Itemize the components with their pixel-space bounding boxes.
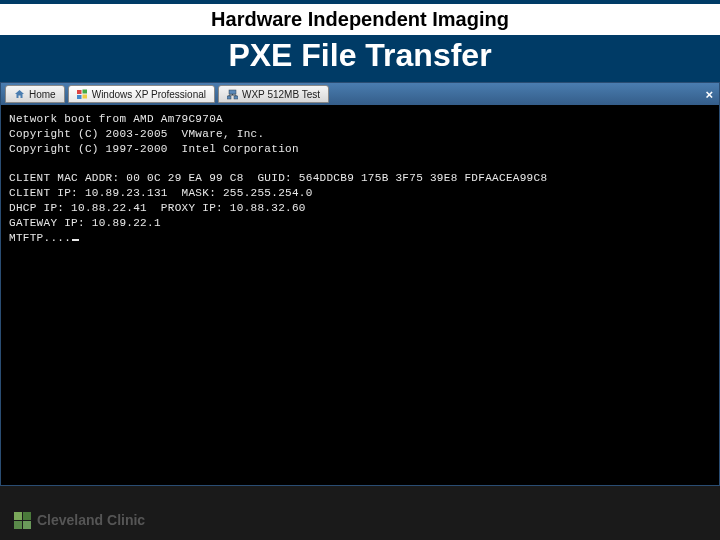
tab-wxp-test[interactable]: WXP 512MB Test <box>218 85 329 103</box>
tab-label: Windows XP Professional <box>92 89 206 100</box>
slide-header: Hardware Independent Imaging PXE File Tr… <box>0 0 720 82</box>
svg-rect-0 <box>77 90 82 94</box>
brand-logo-icon <box>14 512 31 529</box>
svg-rect-1 <box>82 89 87 93</box>
console-line: Copyright (C) 2003-2005 VMware, Inc. <box>9 128 264 140</box>
console-line: Network boot from AMD Am79C970A <box>9 113 223 125</box>
text-cursor <box>72 239 79 241</box>
svg-rect-4 <box>229 90 236 94</box>
console-output: Network boot from AMD Am79C970A Copyrigh… <box>1 105 719 485</box>
windows-icon <box>77 89 88 100</box>
console-line: MTFTP.... <box>9 232 71 244</box>
home-icon <box>14 89 25 100</box>
tab-label: Home <box>29 89 56 100</box>
svg-rect-6 <box>234 96 238 99</box>
console-line: GATEWAY IP: 10.89.22.1 <box>9 217 161 229</box>
node-icon <box>227 89 238 100</box>
footer: Cleveland Clinic <box>0 500 720 540</box>
header-title: PXE File Transfer <box>0 37 720 74</box>
console-line: Copyright (C) 1997-2000 Intel Corporatio… <box>9 143 299 155</box>
brand-name: Cleveland Clinic <box>37 512 145 528</box>
svg-rect-2 <box>77 95 82 99</box>
console-line: CLIENT MAC ADDR: 00 0C 29 EA 99 C8 GUID:… <box>9 172 547 184</box>
vm-window: Home Windows XP Professional <box>0 82 720 486</box>
close-icon[interactable]: × <box>705 87 713 102</box>
tab-label: WXP 512MB Test <box>242 89 320 100</box>
tab-windows-xp[interactable]: Windows XP Professional <box>68 85 215 103</box>
console-line: DHCP IP: 10.88.22.41 PROXY IP: 10.88.32.… <box>9 202 306 214</box>
svg-rect-3 <box>82 94 87 98</box>
tab-home[interactable]: Home <box>5 85 65 103</box>
svg-rect-5 <box>227 96 231 99</box>
tab-bar: Home Windows XP Professional <box>1 83 719 105</box>
console-line: CLIENT IP: 10.89.23.131 MASK: 255.255.25… <box>9 187 313 199</box>
footer-brand: Cleveland Clinic <box>14 512 145 529</box>
header-topline: Hardware Independent Imaging <box>0 4 720 35</box>
